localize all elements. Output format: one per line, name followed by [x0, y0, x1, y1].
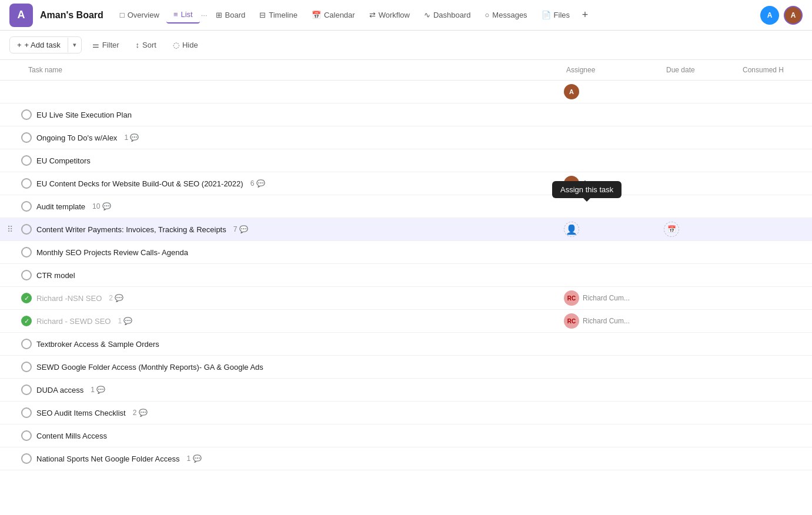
header: A Aman's Board □ Overview ≡ List ··· ⊞ B… [0, 0, 812, 31]
nav-files[interactable]: 📄 Files [534, 7, 577, 23]
filter-icon: ⚌ [92, 41, 99, 49]
nav-timeline[interactable]: ⊟ Timeline [252, 7, 305, 23]
task-row-inner: ⠿ Audit template 10 💬 [0, 195, 559, 218]
task-status-circle[interactable] [21, 201, 32, 212]
comment-badge: 1 💬 [187, 454, 202, 463]
task-status-circle[interactable] [21, 362, 32, 372]
task-status-done[interactable]: ✓ [21, 293, 32, 303]
task-name-text: CTR model [36, 271, 75, 280]
table-row: ⠿ DUDA access 1 💬 [0, 379, 812, 402]
task-row-inner: ⠿ Content Writer Payments: Invoices, Tra… [0, 218, 559, 240]
header-logo: A [9, 4, 33, 27]
comment-badge: 1 💬 [118, 317, 132, 325]
nav-list-label: List [181, 10, 192, 19]
task-row-inner: ⠿ Textbroker Access & Sample Orders [0, 333, 559, 355]
task-status-circle[interactable] [21, 247, 32, 258]
nav-list[interactable]: ≡ List [166, 6, 200, 24]
task-status-done[interactable]: ✓ [21, 316, 32, 326]
task-row-inner: ⠿ DUDA access 1 💬 [0, 379, 559, 401]
task-name-text: Content Writer Payments: Invoices, Track… [36, 225, 226, 234]
table-row: ⠿ ✓ Richard -NSN SEO 2 💬 RC Richard Cum.… [0, 287, 812, 310]
table-row: ⠿ EU Content Decks for Website Build-Out… [0, 172, 812, 195]
toolbar: + + Add task ▾ ⚌ Filter ↕ Sort ◌ Hide [0, 31, 812, 60]
task-status-circle[interactable] [21, 109, 32, 120]
tooltip-text: Assign this task [560, 185, 613, 194]
nav-calendar-label: Calendar [324, 11, 355, 19]
task-row-inner: ⠿ ✓ Richard - SEWD SEO 1 💬 [0, 310, 559, 332]
task-status-circle[interactable] [21, 178, 32, 189]
task-status-circle[interactable] [21, 155, 32, 166]
assignee-avatar-rc2: RC [564, 313, 579, 329]
filter-button[interactable]: ⚌ Filter [86, 37, 125, 53]
add-task-caret[interactable]: ▾ [68, 38, 81, 52]
nav-messages-label: Messages [492, 11, 527, 19]
table-row: ⠿ Textbroker Access & Sample Orders [0, 333, 812, 356]
task-status-circle[interactable] [21, 132, 32, 143]
nav-workflow-label: Workflow [379, 11, 410, 19]
nav-workflow[interactable]: ⇄ Workflow [362, 7, 417, 23]
list-more-icon[interactable]: ··· [200, 8, 209, 22]
task-name-text: DUDA access [36, 386, 83, 394]
task-status-circle[interactable] [21, 430, 32, 441]
add-task-button-group[interactable]: + + Add task ▾ [9, 36, 82, 53]
drag-handle-icon[interactable]: ⠿ [7, 225, 16, 234]
nav-calendar[interactable]: 📅 Calendar [305, 7, 362, 23]
task-row-inner: ⠿ ✓ Richard -NSN SEO 2 💬 [0, 287, 559, 309]
add-task-main[interactable]: + + Add task [10, 37, 68, 53]
assignee-placeholder-btn[interactable]: 👤 [564, 222, 579, 237]
nav-dashboard[interactable]: ∿ Dashboard [417, 7, 478, 23]
task-row-inner: ⠿ Monthly SEO Projects Review Calls- Age… [0, 241, 559, 263]
task-row-inner: ⠿ EU Content Decks for Website Build-Out… [0, 172, 559, 195]
table-row: ⠿ Ongoing To Do's w/Alex 1 💬 [0, 126, 812, 149]
table-row: ⠿ EU Competitors [0, 149, 812, 172]
assignee-name: Richard Cum... [583, 294, 630, 302]
task-row-inner: ⠿ National Sports Net Google Folder Acce… [0, 447, 559, 470]
task-name-text: Monthly SEO Projects Review Calls- Agend… [36, 248, 188, 257]
comment-badge: 2 💬 [133, 409, 148, 417]
calendar-placeholder-icon: 📅 [667, 225, 676, 233]
hide-button[interactable]: ◌ Hide [167, 37, 204, 53]
task-row-inner: ⠿ CTR model [0, 264, 559, 286]
comment-badge: 2 💬 [109, 294, 123, 302]
task-name-text: Richard -NSN SEO [36, 294, 102, 303]
comment-badge: 10 💬 [92, 202, 111, 210]
nav-timeline-label: Timeline [269, 11, 298, 19]
task-status-circle[interactable] [21, 453, 32, 464]
assignee-cell: RC Richard Cum... [564, 313, 654, 329]
user-avatar-brown: A [784, 6, 803, 25]
workflow-icon: ⇄ [369, 11, 376, 19]
task-row-inner: ⠿ Ongoing To Do's w/Alex 1 💬 [0, 126, 559, 149]
sort-button[interactable]: ↕ Sort [130, 37, 162, 53]
task-status-circle[interactable] [21, 407, 32, 418]
task-status-circle[interactable] [21, 384, 32, 395]
filter-label: Filter [102, 41, 119, 49]
overview-icon: □ [120, 11, 125, 19]
hide-icon: ◌ [173, 41, 179, 49]
due-date-placeholder-btn[interactable]: 📅 [664, 222, 679, 237]
sort-label: Sort [142, 41, 156, 49]
assignee-avatar-rc: RC [564, 290, 579, 306]
table-row: ⠿ Monthly SEO Projects Review Calls- Age… [0, 241, 812, 264]
task-row-inner: ⠿ EU Competitors [0, 149, 559, 172]
comment-badge: 7 💬 [233, 225, 248, 233]
task-status-circle[interactable] [21, 339, 32, 349]
task-status-circle[interactable] [21, 224, 32, 235]
task-status-circle[interactable] [21, 270, 32, 280]
nav-board[interactable]: ⊞ Board [209, 7, 253, 23]
task-name-text: EU Competitors [36, 156, 91, 165]
col-due-date: Due date [659, 60, 736, 81]
plus-icon: + [17, 41, 22, 49]
messages-icon: ○ [485, 11, 490, 19]
task-row-inner: ⠿ EU Live Site Execution Plan [0, 103, 559, 126]
table-row: ⠿ SEWD Google Folder Access (Monthly Rep… [0, 356, 812, 379]
table-row: ⠿ Audit template 10 💬 Assign this task [0, 195, 812, 218]
task-name-text: Ongoing To Do's w/Alex [36, 133, 117, 142]
assignee-name: Richard Cum... [583, 317, 630, 325]
files-icon: 📄 [542, 11, 551, 19]
list-icon: ≡ [173, 10, 178, 19]
nav-plus-button[interactable]: + [577, 7, 593, 24]
nav-overview[interactable]: □ Overview [113, 7, 166, 23]
assignee-cell: RC Richard Cum... [564, 290, 654, 306]
nav-messages[interactable]: ○ Messages [478, 7, 534, 23]
nav-overview-label: Overview [128, 11, 159, 19]
